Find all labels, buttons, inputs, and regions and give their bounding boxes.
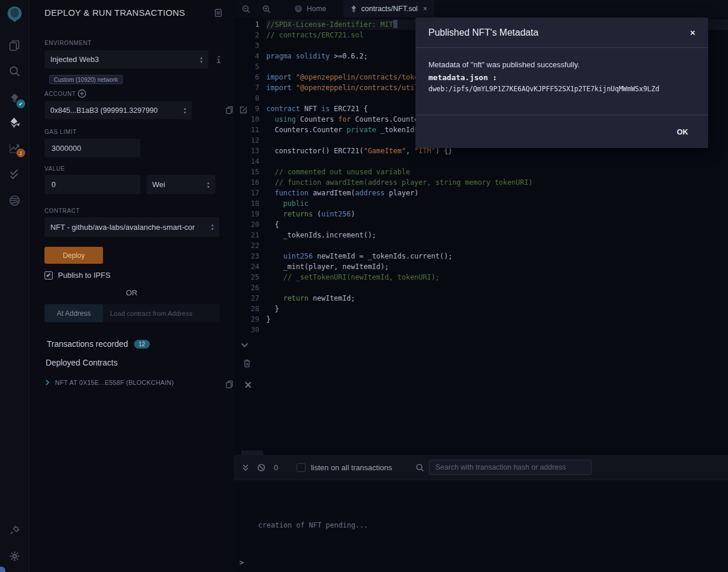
bottom-corner-accent xyxy=(0,567,5,572)
gas-limit-input[interactable] xyxy=(44,139,140,157)
at-address-input[interactable] xyxy=(103,304,219,322)
settings-gear-icon[interactable] xyxy=(8,550,21,563)
code-line[interactable]: 19 returns (uint256) xyxy=(234,209,728,219)
remix-logo-icon[interactable] xyxy=(5,5,25,25)
or-separator: OR xyxy=(29,288,234,297)
code-line[interactable]: 24 _mint(player, newItemId); xyxy=(234,261,728,272)
copy-account-icon[interactable] xyxy=(225,105,234,115)
publish-ipfs-checkbox[interactable]: ✔ xyxy=(44,271,53,280)
publish-ipfs-row: ✔ Publish to IPFS xyxy=(44,271,111,280)
code-line[interactable]: 28 } xyxy=(234,304,728,314)
contract-label: CONTRACT xyxy=(44,208,80,214)
listen-transactions-checkbox[interactable] xyxy=(297,463,305,472)
tab-nft-sol[interactable]: contracts/NFT.sol × xyxy=(344,0,434,18)
gas-limit-label: GAS LIMIT xyxy=(44,129,77,135)
account-label: ACCOUNT xyxy=(44,91,76,97)
published-metadata-modal: Published NFT's Metadata × Metadata of "… xyxy=(415,18,708,148)
terminal-collapse-icon[interactable] xyxy=(241,463,250,472)
code-line[interactable]: 29} xyxy=(234,314,728,325)
tab-home[interactable]: Home xyxy=(287,0,333,18)
deploy-run-panel: DEPLOY & RUN TRANSACTIONS ENVIRONMENT In… xyxy=(29,0,234,572)
value-unit-select[interactable]: Wei ▴▾ xyxy=(146,175,215,194)
terminal-resize-handle[interactable] xyxy=(241,450,263,455)
code-line[interactable]: 16 // function awardItem(address player,… xyxy=(234,177,728,188)
transactions-recorded-label: Transactions recorded xyxy=(47,339,128,349)
add-account-icon[interactable] xyxy=(77,89,85,97)
tab-bar: Home contracts/NFT.sol × xyxy=(234,0,728,18)
zoom-in-icon[interactable] xyxy=(262,5,271,13)
select-caret-icon: ▴▾ xyxy=(211,223,214,231)
tab-close-icon[interactable]: × xyxy=(423,5,427,13)
code-line[interactable]: 17 function awardItem(address player) xyxy=(234,188,728,198)
pending-tx-count: 0 xyxy=(274,463,278,472)
code-line[interactable]: 22 xyxy=(234,240,728,251)
modal-header: Published NFT's Metadata × xyxy=(415,18,708,48)
statistics-count-badge: 1 xyxy=(16,149,25,157)
modal-ipfs-url: dweb:/ipfs/QmYL9P1Z7KE6AQvKJPFF52SX1p2TE… xyxy=(428,85,695,93)
contract-select[interactable]: NFT - github/ava-labs/avalanche-smart-co… xyxy=(44,217,219,237)
code-line[interactable]: 14 xyxy=(234,156,728,167)
code-line[interactable]: 23 uint256 newItemId = _tokenIds.current… xyxy=(234,251,728,261)
modal-filename: metadata.json : xyxy=(428,73,695,82)
terminal-search-icon xyxy=(415,463,424,472)
unit-testing-icon[interactable] xyxy=(8,167,21,180)
deployed-contracts-label: Deployed Contracts xyxy=(46,358,118,367)
network-badge: Custom (10920) network xyxy=(49,75,123,84)
select-caret-icon: ▴▾ xyxy=(200,56,202,64)
file-explorer-icon[interactable] xyxy=(8,39,21,52)
remove-contract-icon[interactable] xyxy=(243,380,253,390)
publish-ipfs-label: Publish to IPFS xyxy=(58,271,111,280)
deploy-button[interactable]: Deploy xyxy=(44,247,103,264)
code-line[interactable]: 30 xyxy=(234,325,728,335)
modal-close-icon[interactable]: × xyxy=(690,27,695,37)
terminal-output[interactable]: creation of NFT pending... > xyxy=(234,480,728,572)
copy-contract-icon[interactable] xyxy=(225,380,234,389)
home-tab-icon xyxy=(294,5,303,13)
deploy-run-icon[interactable] xyxy=(8,116,21,129)
terminal-prompt: > xyxy=(239,558,244,567)
at-address-button[interactable]: At Address xyxy=(44,304,103,322)
select-caret-icon: ▴▾ xyxy=(207,181,210,189)
value-input[interactable] xyxy=(44,175,140,194)
select-caret-icon: ▴▾ xyxy=(184,106,186,115)
code-line[interactable]: 21 _tokenIds.increment(); xyxy=(234,230,728,240)
panel-title: DEPLOY & RUN TRANSACTIONS xyxy=(44,8,185,18)
clear-console-icon[interactable] xyxy=(257,463,266,472)
terminal-log-line: creation of NFT pending... xyxy=(258,521,368,529)
deployed-contract-item[interactable]: NFT AT 0X15E...E558F (BLOCKCHAIN) xyxy=(44,379,220,386)
icon-rail: ✔ 1 xyxy=(0,0,29,572)
zoom-out-icon[interactable] xyxy=(242,5,250,13)
code-line[interactable]: 15 // commented out unused variable xyxy=(234,167,728,177)
statistics-icon[interactable]: 1 xyxy=(8,142,21,154)
code-line[interactable]: 18 public xyxy=(234,198,728,209)
modal-message: Metadata of "nft" was published successf… xyxy=(428,60,695,69)
plugin-manager-icon[interactable] xyxy=(8,524,21,537)
code-line[interactable]: 27 return newItemId; xyxy=(234,293,728,304)
value-label: VALUE xyxy=(44,166,65,172)
transactions-recorded-row[interactable]: Transactions recorded 12 xyxy=(47,339,150,349)
code-line[interactable]: 25 // _setTokenURI(newItemId, tokenURI); xyxy=(234,272,728,282)
compile-success-badge: ✔ xyxy=(16,99,25,108)
code-line[interactable]: 26 xyxy=(234,282,728,293)
solidity-compiler-icon[interactable]: ✔ xyxy=(8,92,21,105)
terminal-search-input[interactable] xyxy=(429,460,592,475)
trash-icon[interactable] xyxy=(242,359,250,367)
ok-button[interactable]: OK xyxy=(677,128,689,136)
modal-body: Metadata of "nft" was published successf… xyxy=(415,48,708,115)
account-select[interactable]: 0x845...B1aB3 (999991.3297990 ▴▾ xyxy=(44,101,192,119)
editor-cursor xyxy=(393,20,397,28)
environment-info-icon[interactable] xyxy=(214,55,224,64)
terminal-toolbar: 0 listen on all transactions xyxy=(234,455,728,480)
listen-transactions-label: listen on all transactions xyxy=(311,463,392,472)
environment-select[interactable]: Injected Web3 ▴▾ xyxy=(44,50,208,68)
search-icon[interactable] xyxy=(8,65,21,78)
debugger-icon[interactable] xyxy=(8,194,21,207)
code-line[interactable]: 20 { xyxy=(234,219,728,230)
chevron-down-icon[interactable] xyxy=(240,340,247,347)
modal-title: Published NFT's Metadata xyxy=(428,27,538,38)
chevron-right-icon[interactable] xyxy=(44,380,50,385)
transactions-count-badge: 12 xyxy=(134,340,150,349)
sign-message-icon[interactable] xyxy=(239,105,248,115)
documentation-icon[interactable] xyxy=(214,8,223,18)
environment-label: ENVIRONMENT xyxy=(44,40,92,46)
